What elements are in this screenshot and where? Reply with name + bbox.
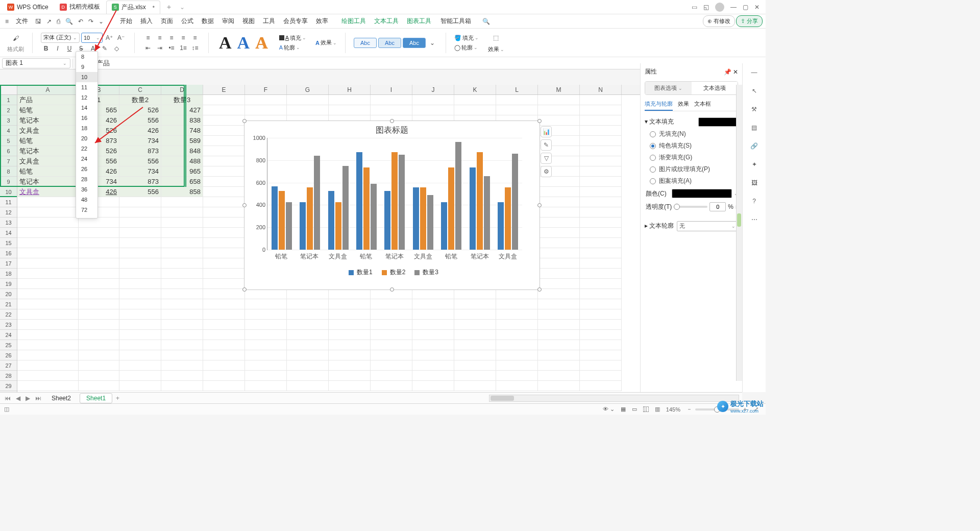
- align-justify-icon[interactable]: ≡: [178, 33, 188, 42]
- cell[interactable]: 笔记本: [17, 177, 79, 187]
- bar[interactable]: [384, 191, 390, 250]
- cell[interactable]: [287, 350, 329, 360]
- cell[interactable]: [17, 371, 79, 381]
- size-option[interactable]: 11: [76, 82, 97, 92]
- cell[interactable]: [412, 340, 454, 350]
- chart-style-icon[interactable]: ✎: [541, 139, 552, 151]
- cube-icon[interactable]: ◱: [703, 4, 709, 11]
- col-header[interactable]: L: [496, 85, 538, 94]
- cell[interactable]: [580, 330, 622, 340]
- cell[interactable]: 文具盒: [17, 187, 79, 197]
- cell[interactable]: [329, 309, 371, 320]
- col-header[interactable]: E: [203, 85, 245, 94]
- bar[interactable]: [300, 202, 306, 250]
- bar-group[interactable]: [437, 138, 465, 250]
- shape-fill-button[interactable]: 🪣 填充 ⌄: [454, 34, 479, 42]
- cell[interactable]: [580, 238, 622, 248]
- undo-icon[interactable]: ↶: [76, 17, 85, 26]
- cell[interactable]: [580, 95, 622, 105]
- image-icon[interactable]: 🖼: [748, 177, 761, 189]
- bar[interactable]: [391, 152, 398, 250]
- cell[interactable]: [79, 330, 119, 340]
- cube-3d-icon[interactable]: ⬚: [489, 32, 503, 43]
- cell[interactable]: [17, 350, 79, 360]
- cell[interactable]: [329, 320, 371, 330]
- cell[interactable]: [580, 228, 622, 238]
- cell[interactable]: [412, 350, 454, 360]
- cell[interactable]: [17, 299, 79, 309]
- sheet-nav-prev[interactable]: ◀: [14, 395, 22, 402]
- cell[interactable]: [119, 371, 161, 381]
- bar[interactable]: [498, 202, 504, 250]
- cell[interactable]: [496, 299, 538, 309]
- bar-group[interactable]: [409, 138, 437, 250]
- cell[interactable]: [580, 218, 622, 228]
- cell[interactable]: [371, 320, 412, 330]
- bar[interactable]: [455, 142, 461, 250]
- cell[interactable]: [538, 177, 580, 187]
- legend-item[interactable]: 数量3: [411, 269, 438, 276]
- cell[interactable]: [580, 309, 622, 320]
- cell[interactable]: [79, 248, 119, 258]
- cell[interactable]: [17, 340, 79, 350]
- legend-item[interactable]: 数量1: [346, 269, 373, 276]
- cell[interactable]: [161, 309, 203, 320]
- cell[interactable]: [203, 360, 245, 371]
- row-header[interactable]: 23: [0, 320, 17, 330]
- cell[interactable]: [203, 166, 245, 177]
- bar[interactable]: [484, 176, 490, 250]
- align-left-icon[interactable]: ≡: [143, 33, 153, 42]
- cell[interactable]: [454, 381, 496, 391]
- cell[interactable]: [580, 340, 622, 350]
- cell[interactable]: [17, 258, 79, 269]
- cell[interactable]: [538, 299, 580, 309]
- col-header[interactable]: N: [580, 85, 622, 94]
- cell[interactable]: [17, 269, 79, 279]
- cell[interactable]: [329, 350, 371, 360]
- cell[interactable]: [412, 320, 454, 330]
- cell[interactable]: [203, 228, 245, 238]
- cell[interactable]: 427: [161, 105, 203, 115]
- cell[interactable]: [119, 269, 161, 279]
- cell[interactable]: 铅笔: [17, 166, 79, 177]
- sheet-nav-last[interactable]: ⏭: [34, 395, 43, 402]
- more-icon[interactable]: ⋯: [748, 213, 761, 226]
- cell[interactable]: [161, 197, 203, 207]
- cell[interactable]: [79, 360, 119, 371]
- bar-group[interactable]: [324, 138, 352, 250]
- cell[interactable]: [454, 309, 496, 320]
- cell[interactable]: [245, 360, 287, 371]
- size-option[interactable]: 28: [76, 174, 97, 184]
- menu-7[interactable]: 工具: [259, 15, 279, 27]
- zoom-out-icon[interactable]: －: [683, 405, 695, 413]
- cell[interactable]: 产品: [17, 95, 79, 105]
- cell[interactable]: [203, 105, 245, 115]
- view-page-icon[interactable]: ⿲: [640, 406, 652, 413]
- cell[interactable]: [203, 177, 245, 187]
- list-num-icon[interactable]: 1≡: [178, 43, 188, 53]
- cell[interactable]: [119, 258, 161, 269]
- cell[interactable]: 734: [119, 166, 161, 177]
- cursor-icon[interactable]: ↖: [748, 85, 761, 97]
- size-option[interactable]: 10: [76, 72, 97, 82]
- bold-icon[interactable]: B: [41, 44, 51, 53]
- row-header[interactable]: 8: [0, 166, 17, 177]
- cell[interactable]: [412, 330, 454, 340]
- cell[interactable]: [580, 269, 622, 279]
- legend-item[interactable]: 数量2: [379, 269, 406, 276]
- cell[interactable]: [412, 360, 454, 371]
- row-headers[interactable]: 1234567891011121314151617181920212223242…: [0, 95, 17, 392]
- cell[interactable]: [119, 197, 161, 207]
- opacity-slider[interactable]: [674, 206, 707, 208]
- cell[interactable]: [245, 95, 287, 105]
- cell[interactable]: [17, 207, 79, 218]
- cell[interactable]: [538, 207, 580, 218]
- cell[interactable]: [538, 350, 580, 360]
- row-header[interactable]: 11: [0, 197, 17, 207]
- cell[interactable]: [161, 228, 203, 238]
- menu-1[interactable]: 插入: [136, 15, 157, 27]
- col-header[interactable]: I: [371, 85, 412, 94]
- row-header[interactable]: 17: [0, 258, 17, 269]
- cell[interactable]: [79, 320, 119, 330]
- cell[interactable]: [538, 381, 580, 391]
